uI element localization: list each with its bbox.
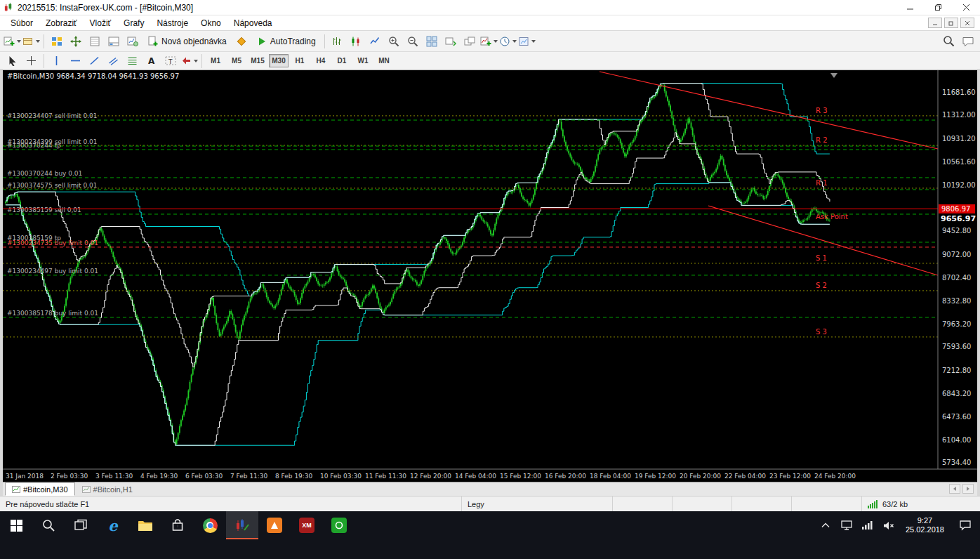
store-button[interactable] (161, 511, 194, 539)
zoom-in-button[interactable] (385, 33, 403, 50)
strategy-tester-button[interactable] (124, 33, 141, 50)
app-green-button[interactable] (323, 511, 355, 539)
tile-windows-button[interactable] (423, 33, 441, 50)
chart-bars-icon (331, 36, 343, 47)
market-watch-button[interactable] (48, 33, 65, 50)
timeframe-m1[interactable]: M1 (206, 54, 225, 67)
templates-button[interactable] (518, 33, 536, 50)
menu-napoveda[interactable]: Nápoveda (227, 17, 279, 29)
svg-text:2 Feb 03:30: 2 Feb 03:30 (51, 473, 88, 480)
cursor-button[interactable] (4, 53, 21, 70)
menu-okno[interactable]: Okno (194, 17, 227, 29)
autotrading-play-icon (257, 37, 267, 46)
chrome-icon (203, 518, 218, 533)
chrome-button[interactable] (194, 511, 226, 539)
minimize-button[interactable] (896, 0, 924, 15)
zoom-out-button[interactable] (404, 33, 422, 50)
svg-text:Ask Point: Ask Point (816, 213, 848, 221)
task-view-button[interactable] (65, 511, 97, 539)
tabs-scroll-right-button[interactable] (962, 484, 974, 494)
action-center-button[interactable] (951, 511, 980, 539)
svg-text:8 Feb 19:30: 8 Feb 19:30 (275, 473, 313, 480)
autotrading-button[interactable]: AutoTrading (252, 33, 321, 50)
chart-bars-button[interactable] (329, 33, 346, 50)
text-button[interactable]: A (143, 53, 160, 70)
indicators-button[interactable] (480, 33, 498, 50)
tabs-scroll-left-button[interactable] (949, 484, 960, 494)
svg-text:9452.80: 9452.80 (942, 227, 971, 235)
tab-bitcoin-h1[interactable]: #Bitcoin,H1 (75, 482, 140, 496)
tray-network-button[interactable] (857, 511, 878, 539)
chart-candles-button[interactable] (347, 33, 365, 50)
profiles-button[interactable] (22, 33, 40, 50)
timeframe-h1[interactable]: H1 (290, 54, 310, 67)
navigator-button[interactable] (67, 33, 84, 50)
task-view-icon (74, 519, 87, 532)
mdi-restore-button[interactable] (944, 18, 958, 28)
edge-button[interactable]: e (97, 511, 129, 539)
svg-text:22 Feb 04:00: 22 Feb 04:00 (724, 473, 766, 480)
start-button[interactable] (0, 511, 32, 539)
clock-icon (499, 36, 510, 47)
mdi-minimize-button[interactable] (928, 18, 942, 28)
timeframe-m15[interactable]: M15 (248, 54, 267, 67)
status-connection-cell: 63/2 kb (862, 496, 980, 511)
data-window-button[interactable] (86, 33, 103, 50)
timeframe-mn[interactable]: MN (374, 54, 394, 67)
tray-pc-button[interactable] (836, 511, 857, 539)
app-orange-button[interactable] (258, 511, 291, 539)
svg-text:#1300234497 buy limit 0.01: #1300234497 buy limit 0.01 (7, 268, 98, 275)
shapes-button[interactable] (180, 53, 198, 70)
status-cell-empty (792, 496, 862, 511)
close-button[interactable] (952, 0, 980, 15)
arrange-windows-button[interactable] (442, 33, 460, 50)
mdi-close-button[interactable] (960, 18, 974, 28)
periods-button[interactable] (499, 33, 517, 50)
terminal-button[interactable] (105, 33, 122, 50)
timeframe-h4[interactable]: H4 (311, 54, 331, 67)
cascade-windows-button[interactable] (461, 33, 479, 50)
svg-text:9072.00: 9072.00 (942, 251, 971, 258)
action-center-icon (959, 520, 972, 531)
channel-button[interactable] (105, 53, 122, 70)
trendline-button[interactable] (86, 53, 103, 70)
chart-line-button[interactable] (366, 33, 384, 50)
svg-text:#1300234735 buy limit 0.01: #1300234735 buy limit 0.01 (7, 239, 98, 246)
metaeditor-button[interactable] (233, 33, 251, 50)
fibonacci-button[interactable] (124, 53, 141, 70)
menu-subor[interactable]: Súbor (4, 17, 39, 29)
new-chart-button[interactable] (4, 33, 21, 50)
crosshair-button[interactable] (22, 53, 40, 70)
chart-plot[interactable]: R 3R 2R 1Ask PointS 1S 2S 3#1300234407 s… (3, 70, 977, 482)
status-cell-empty (613, 496, 673, 511)
menu-grafy[interactable]: Grafy (117, 17, 150, 29)
taskbar-search-button[interactable] (32, 511, 65, 539)
restore-button[interactable] (924, 0, 952, 15)
horizontal-line-button[interactable] (67, 53, 84, 70)
taskbar-clock[interactable]: 9:27 25.02.2018 (899, 516, 951, 534)
mdi-close-icon (965, 20, 970, 26)
timeframe-d1[interactable]: D1 (332, 54, 352, 67)
svg-text:8332.80: 8332.80 (942, 297, 971, 305)
metatrader-button[interactable] (226, 511, 258, 539)
chevron-up-icon (821, 522, 830, 528)
timeframe-m30[interactable]: M30 (269, 54, 289, 67)
timeframe-w1[interactable]: W1 (353, 54, 373, 67)
dropdown-caret-icon (194, 60, 198, 65)
tray-chevron-button[interactable] (815, 511, 836, 539)
new-order-button[interactable]: Nová objednávka (143, 33, 232, 50)
xm-button[interactable]: XM (291, 511, 323, 539)
vertical-line-button[interactable] (48, 53, 65, 70)
text-label-button[interactable]: T (161, 53, 179, 70)
menu-vlozit[interactable]: Vložiť (84, 17, 118, 29)
svg-text:7 Feb 11:30: 7 Feb 11:30 (230, 473, 268, 480)
dropdown-caret-icon (17, 40, 21, 45)
search-button[interactable] (940, 33, 958, 50)
chat-button[interactable] (959, 33, 976, 50)
tray-volume-button[interactable] (878, 511, 899, 539)
tab-bitcoin-m30[interactable]: #Bitcoin,M30 (5, 482, 75, 496)
menu-nastroje[interactable]: Nástroje (150, 17, 194, 29)
timeframe-m5[interactable]: M5 (227, 54, 246, 67)
file-explorer-button[interactable] (129, 511, 161, 539)
menu-zobrazit[interactable]: Zobraziť (39, 17, 84, 29)
